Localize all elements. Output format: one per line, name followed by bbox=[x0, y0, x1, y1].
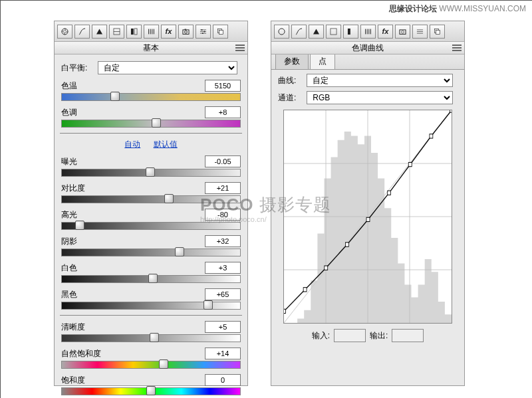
clarity-slider[interactable] bbox=[61, 334, 241, 342]
svg-rect-41 bbox=[450, 110, 452, 112]
temp-value[interactable]: 5150 bbox=[205, 80, 241, 92]
clarity-value[interactable]: +5 bbox=[205, 321, 241, 333]
sliders-icon[interactable] bbox=[196, 25, 211, 39]
svg-point-11 bbox=[201, 29, 203, 30]
sliders-icon[interactable] bbox=[412, 25, 428, 39]
curve-icon[interactable] bbox=[74, 25, 90, 39]
tint-slider[interactable] bbox=[61, 120, 241, 128]
svg-point-20 bbox=[402, 31, 404, 33]
triangle-icon[interactable] bbox=[92, 25, 107, 39]
blacks-slider[interactable] bbox=[61, 302, 241, 310]
saturation-slider[interactable] bbox=[61, 387, 241, 395]
watermark-header: 思缘设计论坛 WWW.MISSYUAN.COM bbox=[389, 3, 526, 15]
split-icon[interactable] bbox=[343, 25, 358, 39]
curve-label: 曲线: bbox=[278, 75, 305, 86]
curve-select[interactable]: 自定 bbox=[307, 74, 453, 87]
tint-label: 色调 bbox=[61, 107, 104, 118]
camera-icon[interactable] bbox=[178, 25, 194, 39]
svg-point-16 bbox=[279, 28, 285, 34]
detail-icon[interactable] bbox=[144, 25, 159, 39]
tint-value[interactable]: +8 bbox=[205, 106, 241, 118]
svg-rect-7 bbox=[185, 29, 187, 29]
svg-rect-36 bbox=[345, 243, 348, 247]
toolbar: fx bbox=[55, 21, 247, 42]
copy-icon[interactable] bbox=[430, 25, 445, 39]
exposure-label: 曝光 bbox=[61, 156, 104, 167]
panel-menu-icon[interactable] bbox=[452, 45, 462, 51]
vibrance-value[interactable]: +14 bbox=[205, 348, 241, 359]
hsl-icon[interactable] bbox=[326, 25, 341, 39]
default-link[interactable]: 默认值 bbox=[154, 140, 178, 149]
shadows-slider[interactable] bbox=[61, 249, 241, 256]
saturation-value[interactable]: 0 bbox=[205, 374, 241, 386]
output-label: 输出: bbox=[370, 330, 388, 342]
curve-icon[interactable] bbox=[291, 25, 307, 39]
tab-parametric[interactable]: 参数 bbox=[275, 53, 309, 69]
svg-rect-17 bbox=[331, 28, 336, 34]
basic-panel: fx 基本 白平衡: 自定 色温5150 色调+8 自动 默认值 曝光-0.05 bbox=[54, 21, 248, 386]
exposure-slider[interactable] bbox=[61, 169, 241, 177]
svg-rect-3 bbox=[131, 28, 134, 34]
auto-links: 自动 默认值 bbox=[61, 139, 241, 150]
blacks-value[interactable]: +65 bbox=[205, 288, 241, 300]
svg-rect-18 bbox=[348, 28, 350, 34]
shadows-label: 阴影 bbox=[61, 236, 104, 247]
svg-point-12 bbox=[203, 31, 205, 32]
svg-rect-39 bbox=[408, 162, 412, 166]
whites-slider[interactable] bbox=[61, 275, 241, 283]
clarity-label: 清晰度 bbox=[61, 322, 104, 333]
svg-rect-33 bbox=[284, 309, 285, 313]
svg-point-13 bbox=[202, 33, 203, 34]
curve-panel-title: 色调曲线 bbox=[271, 42, 464, 54]
fx-icon[interactable]: fx bbox=[161, 25, 176, 39]
svg-rect-35 bbox=[325, 266, 328, 270]
aperture-icon[interactable] bbox=[274, 25, 289, 39]
svg-rect-37 bbox=[366, 217, 370, 221]
vibrance-label: 自然饱和度 bbox=[61, 348, 113, 359]
tone-curve-chart[interactable] bbox=[283, 110, 452, 324]
svg-rect-25 bbox=[436, 30, 440, 34]
svg-point-6 bbox=[185, 31, 188, 33]
svg-point-0 bbox=[62, 28, 68, 34]
highlights-slider[interactable] bbox=[61, 222, 241, 230]
aperture-icon[interactable] bbox=[57, 25, 72, 39]
panel-title: 基本 bbox=[55, 42, 247, 54]
contrast-label: 对比度 bbox=[61, 183, 104, 194]
highlights-value[interactable]: -80 bbox=[205, 209, 241, 221]
channel-label: 通道: bbox=[278, 92, 305, 104]
copy-icon[interactable] bbox=[213, 25, 228, 39]
panel-menu-icon[interactable] bbox=[235, 45, 245, 51]
wb-select[interactable]: 自定 bbox=[98, 61, 237, 74]
curve-panel: fx 色调曲线 参数 点 曲线: 自定 通道: RGB bbox=[271, 21, 465, 386]
channel-select[interactable]: RGB bbox=[307, 91, 453, 104]
highlights-label: 高光 bbox=[61, 209, 104, 221]
fx-icon[interactable]: fx bbox=[378, 25, 393, 39]
toolbar-right: fx bbox=[271, 21, 464, 42]
svg-rect-4 bbox=[134, 28, 137, 34]
saturation-label: 饱和度 bbox=[61, 375, 104, 386]
exposure-value[interactable]: -0.05 bbox=[205, 155, 241, 167]
temp-slider[interactable] bbox=[61, 93, 241, 101]
temp-label: 色温 bbox=[61, 80, 104, 92]
svg-rect-34 bbox=[303, 288, 307, 292]
vibrance-slider[interactable] bbox=[61, 361, 241, 369]
auto-link[interactable]: 自动 bbox=[124, 140, 140, 149]
blacks-label: 黑色 bbox=[61, 289, 104, 300]
svg-rect-40 bbox=[430, 134, 433, 138]
tab-point[interactable]: 点 bbox=[310, 53, 335, 69]
input-value[interactable] bbox=[334, 329, 366, 342]
svg-rect-15 bbox=[219, 30, 223, 34]
shadows-value[interactable]: +32 bbox=[205, 235, 241, 247]
svg-rect-38 bbox=[388, 191, 391, 195]
split-icon[interactable] bbox=[126, 25, 142, 39]
contrast-value[interactable]: +21 bbox=[205, 182, 241, 194]
whites-label: 白色 bbox=[61, 262, 104, 274]
hsl-icon[interactable] bbox=[109, 25, 124, 39]
wb-label: 白平衡: bbox=[61, 62, 96, 74]
contrast-slider[interactable] bbox=[61, 195, 241, 203]
camera-icon[interactable] bbox=[395, 25, 410, 39]
detail-icon[interactable] bbox=[360, 25, 376, 39]
whites-value[interactable]: +3 bbox=[205, 262, 241, 274]
output-value[interactable] bbox=[392, 329, 424, 342]
triangle-icon[interactable] bbox=[309, 25, 324, 39]
